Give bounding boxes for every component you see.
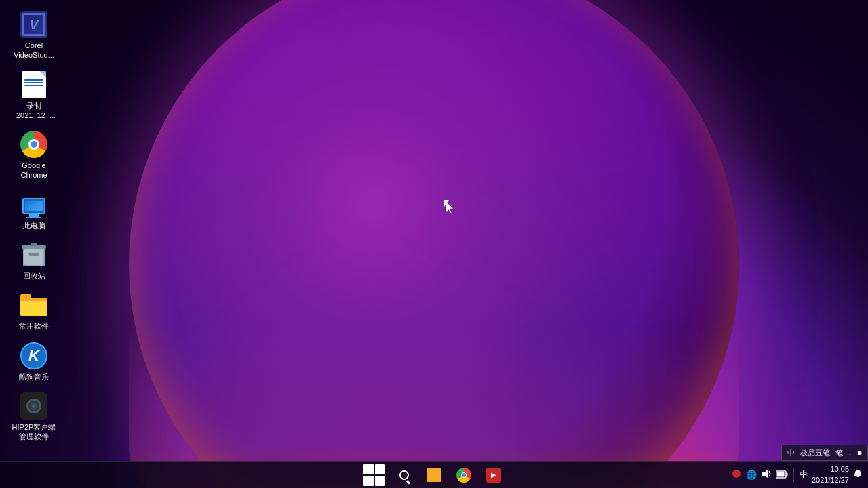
desktop-icon-recycle-bin[interactable]: 回收站 [4,237,64,285]
recycle-bin-icon-image [20,241,47,268]
ime-indicator-arrow[interactable]: ↓ [847,449,854,457]
taskbar-chrome-button[interactable] [452,463,476,487]
taskbar-tray: 🌐 中 10:05 2 [731,464,868,485]
system-clock[interactable]: 10:05 2021/12/27 [812,464,849,485]
desktop-icon-common-software[interactable]: 常用软件 [4,287,64,335]
wallpaper-planet [129,0,739,488]
windows-logo-icon [363,464,385,486]
chrome-taskbar-icon [456,468,471,483]
recording-icon-label: 录制 _2021_12_... [12,101,56,121]
record-indicator-icon[interactable] [731,468,742,481]
common-software-icon-label: 常用软件 [19,321,49,331]
recycle-bin-icon-label: 回收站 [23,271,45,281]
chrome-icon-label: Google Chrome [20,161,47,180]
kuwo-icon-image: K [20,342,47,369]
svg-rect-6 [786,472,787,476]
desktop-icon-corel-videostudio[interactable]: V Corel VideoStud... [4,7,64,64]
corel-icon-image: V [20,11,47,38]
svg-rect-7 [776,472,784,476]
svg-rect-3 [31,243,37,246]
start-button[interactable] [362,463,387,487]
volume-icon[interactable] [761,468,772,481]
svg-rect-1 [24,249,43,265]
desktop-icons-area: V Corel VideoStud... 录制 [0,0,68,461]
input-method-icon[interactable]: 中 [800,469,808,481]
common-software-icon-image [20,291,47,319]
desktop-icon-kuwo-music[interactable]: K 酷狗音乐 [4,338,64,386]
notification-icon[interactable] [853,469,863,481]
desktop-icon-hip2p[interactable]: HIP2P客户端 管理软件 [4,388,64,446]
hip2p-icon-label: HIP2P客户端 管理软件 [12,422,56,442]
hip2p-icon-image [20,392,47,420]
chrome-icon-image [20,131,47,158]
ime-input-mode[interactable]: 中 [786,448,796,458]
ime-indicator-2[interactable]: ■ [856,449,863,457]
this-pc-icon-image [20,191,47,218]
corel-icon-label: Corel VideoStud... [14,41,54,60]
taskbar-center: ▶ [362,463,506,487]
file-explorer-icon [427,468,441,482]
tray-separator [793,468,794,482]
desktop-icon-recording[interactable]: 录制 _2021_12_... [4,67,64,125]
kuwo-icon-label: 酷狗音乐 [19,372,49,382]
ime-indicator-1[interactable]: 笔 [834,448,844,458]
media-player-icon: ▶ [486,468,501,483]
ime-name[interactable]: 极品五笔 [799,448,831,458]
clock-date: 2021/12/27 [812,475,849,485]
network-icon[interactable]: 🌐 [746,470,757,480]
search-icon [393,464,415,486]
ime-toolbar[interactable]: 中 极品五笔 笔 ↓ ■ [781,445,868,461]
battery-icon[interactable] [776,470,788,481]
desktop: V Corel VideoStud... 录制 [0,0,868,488]
this-pc-icon-label: 此电脑 [23,221,45,230]
clock-time: 10:05 [812,464,849,474]
media-player-button[interactable]: ▶ [481,463,506,487]
file-explorer-button[interactable] [422,463,446,487]
desktop-icon-chrome[interactable]: Google Chrome [4,127,64,184]
recording-icon-image [20,71,47,98]
svg-point-4 [732,470,741,478]
search-button[interactable] [392,463,416,487]
desktop-icon-this-pc[interactable]: 此电脑 [4,187,64,235]
svg-rect-8 [857,476,859,477]
taskbar: ▶ 🌐 [0,461,868,488]
